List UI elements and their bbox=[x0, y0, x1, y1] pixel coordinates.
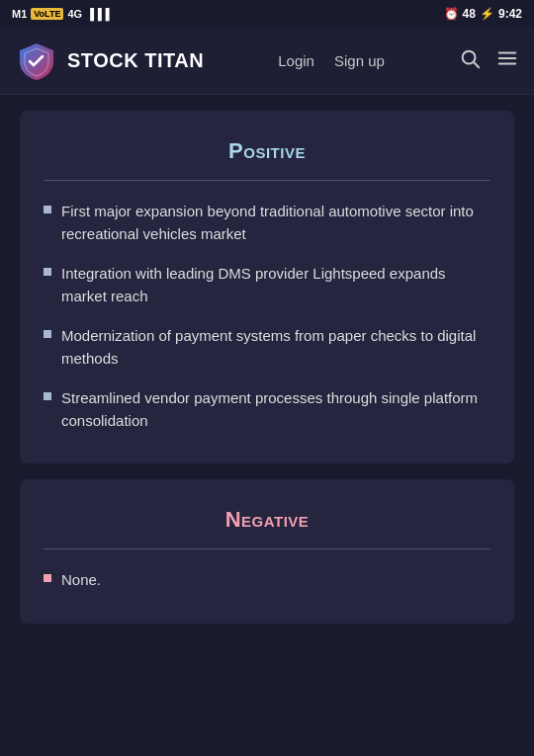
alarm-icon: ⏰ bbox=[444, 7, 459, 21]
negative-section: Negative None. bbox=[20, 479, 514, 624]
status-bar: M1 VoLTE 4G ▐▐▐ ⏰ 48 ⚡ 9:42 bbox=[0, 0, 534, 28]
negative-list: None. bbox=[44, 569, 490, 592]
bullet-icon bbox=[44, 206, 51, 213]
nav-icons bbox=[459, 47, 518, 74]
list-item-text: Integration with leading DMS provider Li… bbox=[61, 263, 490, 307]
charging-icon: ⚡ bbox=[480, 7, 494, 21]
svg-point-0 bbox=[463, 51, 476, 64]
bullet-icon bbox=[44, 392, 51, 400]
bullet-icon bbox=[44, 330, 51, 338]
list-item-text: Streamlined vendor payment processes thr… bbox=[61, 387, 490, 432]
negative-divider bbox=[44, 548, 490, 549]
logo-icon bbox=[16, 41, 57, 82]
search-button[interactable] bbox=[459, 47, 481, 74]
list-item: First major expansion beyond traditional… bbox=[44, 201, 490, 245]
signup-link[interactable]: Sign up bbox=[334, 52, 385, 69]
logo-text: STOCK TITAN bbox=[67, 49, 204, 72]
negative-title: Negative bbox=[44, 507, 490, 533]
svg-line-1 bbox=[475, 63, 480, 68]
battery-text: 48 bbox=[463, 7, 476, 21]
bullet-icon bbox=[44, 268, 51, 276]
bullet-icon bbox=[44, 574, 51, 582]
menu-button[interactable] bbox=[496, 47, 518, 74]
network-type: 4G bbox=[67, 8, 82, 20]
signal-icon: ▐▐▐ bbox=[86, 8, 109, 20]
carrier-text: M1 bbox=[12, 8, 27, 20]
list-item: Integration with leading DMS provider Li… bbox=[44, 263, 490, 307]
list-item: None. bbox=[44, 569, 490, 592]
positive-title: Positive bbox=[44, 138, 490, 164]
header: STOCK TITAN Login Sign up bbox=[0, 28, 534, 95]
status-left: M1 VoLTE 4G ▐▐▐ bbox=[12, 8, 110, 20]
list-item-text: None. bbox=[61, 569, 101, 592]
positive-divider bbox=[44, 180, 490, 181]
list-item-text: First major expansion beyond traditional… bbox=[61, 201, 490, 245]
login-link[interactable]: Login bbox=[278, 52, 314, 69]
list-item-text: Modernization of payment systems from pa… bbox=[61, 325, 490, 370]
list-item: Modernization of payment systems from pa… bbox=[44, 325, 490, 370]
main-content: Positive First major expansion beyond tr… bbox=[0, 111, 534, 624]
nav-links: Login Sign up bbox=[278, 52, 385, 69]
time-text: 9:42 bbox=[498, 7, 522, 21]
network-badge: VoLTE bbox=[31, 8, 63, 20]
positive-list: First major expansion beyond traditional… bbox=[44, 201, 490, 432]
status-right: ⏰ 48 ⚡ 9:42 bbox=[444, 7, 522, 21]
logo-area: STOCK TITAN bbox=[16, 41, 204, 82]
list-item: Streamlined vendor payment processes thr… bbox=[44, 387, 490, 432]
positive-section: Positive First major expansion beyond tr… bbox=[20, 111, 514, 463]
